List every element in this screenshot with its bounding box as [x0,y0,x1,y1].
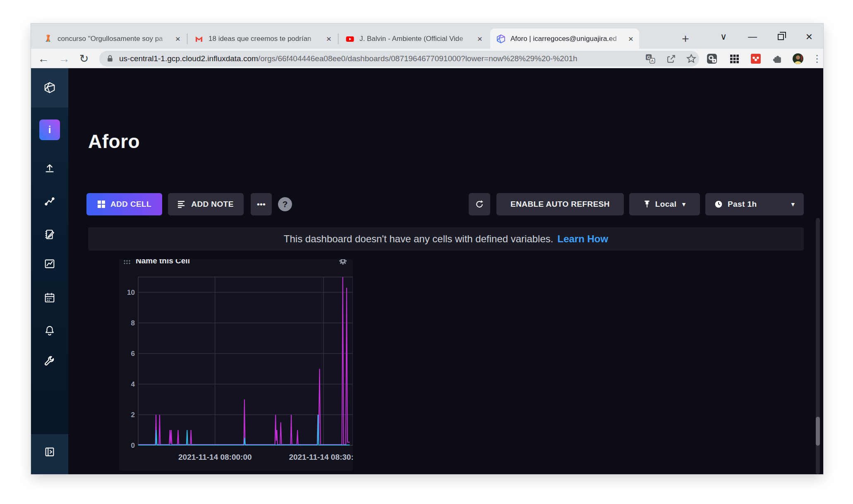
dashboard-cell-1[interactable]: Name this Cell 02468102021-11-14 08:00:0… [119,259,353,471]
add-cell-label: ADD CELL [110,200,151,209]
dashboard-page: Aforo ADD CELL ADD NOTE ••• ? [68,68,823,474]
add-note-button[interactable]: ADD NOTE [168,193,244,215]
browser-tab-aforo-active[interactable]: Aforo | icarregoces@uniguajira.ed × [490,29,639,49]
share-icon[interactable] [664,52,678,65]
tab-search-chevron-icon[interactable]: ∨ [712,29,735,45]
refresh-icon [475,200,484,209]
svg-text:8: 8 [131,319,135,327]
help-button[interactable]: ? [278,197,292,211]
tab-separator [338,33,338,44]
time-range-label: Past 1h [728,200,757,209]
add-cell-grid-icon [97,200,105,208]
new-tab-button[interactable]: + [678,31,693,47]
profile-avatar[interactable] [791,52,805,65]
influxdb-home-tile[interactable] [31,68,68,107]
browser-tab-gmail[interactable]: 18 ideas que creemos te podrían × [188,29,337,49]
mendeley-extension-icon[interactable] [749,52,762,65]
window-minimize-button[interactable]: — [741,29,764,45]
media-extension-icon[interactable] [705,52,719,65]
svg-text:2: 2 [131,411,135,419]
load-data-upload-icon[interactable] [43,162,56,174]
back-button[interactable]: ← [36,51,51,66]
time-range-dropdown[interactable]: Past 1h ▾ [705,193,804,215]
page-title: Aforo [88,130,140,153]
nav-collapse-tile[interactable] [31,434,68,474]
svg-text:2021-11-14 08:30:0: 2021-11-14 08:30:0 [289,453,353,461]
timezone-dropdown[interactable]: Local ▾ [629,193,700,215]
enable-auto-refresh-label: ENABLE AUTO REFRESH [510,200,610,209]
time-series-chart[interactable]: 02468102021-11-14 08:00:002021-11-14 08:… [119,259,353,471]
ellipsis-icon: ••• [257,200,266,209]
refresh-button[interactable] [469,193,490,215]
notebooks-icon[interactable] [43,228,56,241]
restore-icon [778,34,784,40]
banner-text: This dashboard doesn't have any cells wi… [284,233,553,245]
url-domain: us-central1-1.gcp.cloud2.influxdata.com [119,54,258,63]
tab-title: concurso "Orgullosamente soy pa [58,35,172,43]
kebab-menu-icon[interactable]: ⋮ [810,52,824,65]
forward-button[interactable]: → [57,51,72,66]
svg-text:10: 10 [127,289,135,296]
expand-nav-icon [43,446,56,458]
svg-text:A: A [651,59,654,63]
tab-close-icon[interactable]: × [628,34,633,43]
chevron-down-icon: ▾ [682,201,685,208]
nav-rail: i [31,68,68,474]
tab-separator [187,33,187,44]
reload-button[interactable]: ↻ [77,51,91,66]
browser-tab-concurso[interactable]: concurso "Orgullosamente soy pa × [37,29,186,49]
alerts-bell-icon[interactable] [43,324,56,337]
youtube-favicon [345,34,355,44]
bookmark-star-icon[interactable] [685,52,698,65]
browser-toolbar: ← → ↻ us-central1-1.gcp.cloud2.influxdat… [31,49,823,68]
question-mark-icon: ? [283,199,288,209]
svg-text:2021-11-14 08:00:00: 2021-11-14 08:00:00 [178,453,252,461]
add-cell-button[interactable]: ADD CELL [86,193,162,215]
add-note-label: ADD NOTE [191,200,233,209]
browser-tab-youtube[interactable]: J. Balvin - Ambiente (Official Vide × [339,29,488,49]
tab-title: Aforo | icarregoces@uniguajira.ed [510,35,625,43]
gmail-favicon [194,34,204,44]
add-note-lines-icon [178,201,186,208]
tab-close-icon[interactable]: × [477,34,482,43]
tab-title: J. Balvin - Ambiente (Official Vide [359,35,474,43]
tab-title: 18 ideas que creemos te podrían [208,35,323,43]
svg-text:4: 4 [131,380,135,388]
data-explorer-icon[interactable] [43,196,56,208]
pin-icon [644,200,650,208]
browser-window: concurso "Orgullosamente soy pa × 18 ide… [31,24,823,474]
url-path: /orgs/66f404446ea08ee0/dashboards/087196… [258,54,577,63]
svg-text:0: 0 [131,442,135,449]
learn-how-link[interactable]: Learn How [557,233,608,245]
timezone-label: Local [655,200,677,209]
org-avatar[interactable]: i [39,119,60,140]
influxdb-favicon [496,34,506,44]
more-options-button[interactable]: ••• [251,193,272,215]
enable-auto-refresh-button[interactable]: ENABLE AUTO REFRESH [496,193,624,215]
ribbon-favicon [43,34,53,44]
clock-icon [714,200,723,208]
window-close-button[interactable]: × [798,29,821,45]
url-text: us-central1-1.gcp.cloud2.influxdata.com/… [119,54,577,63]
tasks-calendar-icon[interactable] [43,291,56,304]
influxdb-app: i [31,68,823,474]
scrollbar-thumb[interactable] [816,417,820,446]
window-restore-button[interactable] [769,29,792,45]
address-bar[interactable]: us-central1-1.gcp.cloud2.influxdata.com/… [99,51,699,67]
chevron-down-icon: ▾ [791,201,795,208]
grid-extension-icon[interactable] [728,52,741,65]
tab-close-icon[interactable]: × [326,34,331,43]
variables-banner: This dashboard doesn't have any cells wi… [88,227,804,251]
svg-text:6: 6 [131,350,135,358]
lock-icon [106,54,114,63]
influxdb-logo-icon [43,81,56,94]
translate-icon[interactable]: G A [644,52,657,65]
dashboards-icon[interactable] [43,258,56,270]
tab-strip: concurso "Orgullosamente soy pa × 18 ide… [31,24,823,49]
settings-wrench-icon[interactable] [43,355,56,368]
puzzle-extensions-icon[interactable] [771,52,784,65]
tab-close-icon[interactable]: × [175,34,180,43]
dashboard-cells-viewport: Name this Cell 02468102021-11-14 08:00:0… [68,259,823,474]
page-scrollbar[interactable] [816,218,820,474]
